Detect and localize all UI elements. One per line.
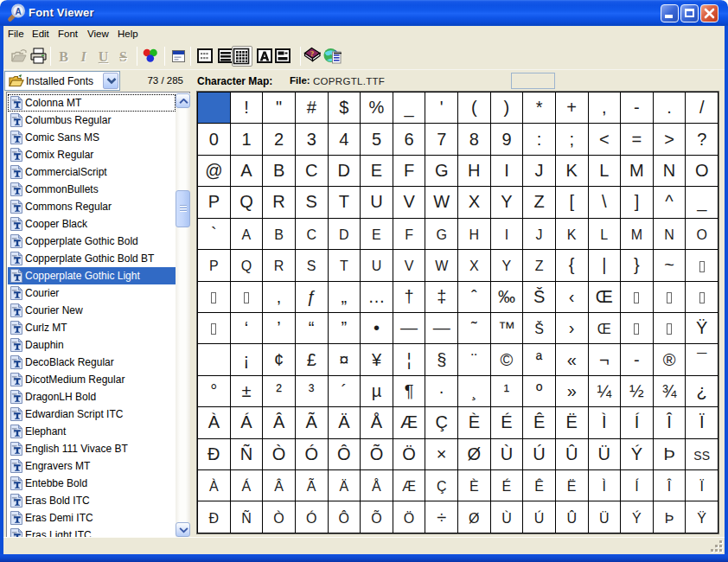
svg-text:A: A <box>15 7 21 16</box>
svg-text:?: ? <box>310 49 315 58</box>
